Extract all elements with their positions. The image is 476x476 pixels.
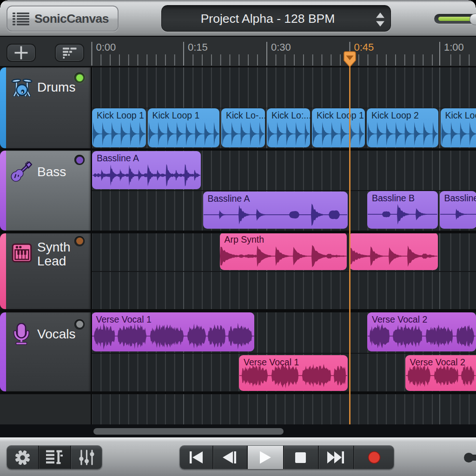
- svg-text:0:30: 0:30: [271, 41, 291, 53]
- svg-text:1:00: 1:00: [444, 41, 464, 53]
- svg-text:0:45: 0:45: [354, 41, 374, 53]
- svg-text:0:00: 0:00: [96, 41, 116, 53]
- svg-text:0:15: 0:15: [188, 41, 208, 53]
